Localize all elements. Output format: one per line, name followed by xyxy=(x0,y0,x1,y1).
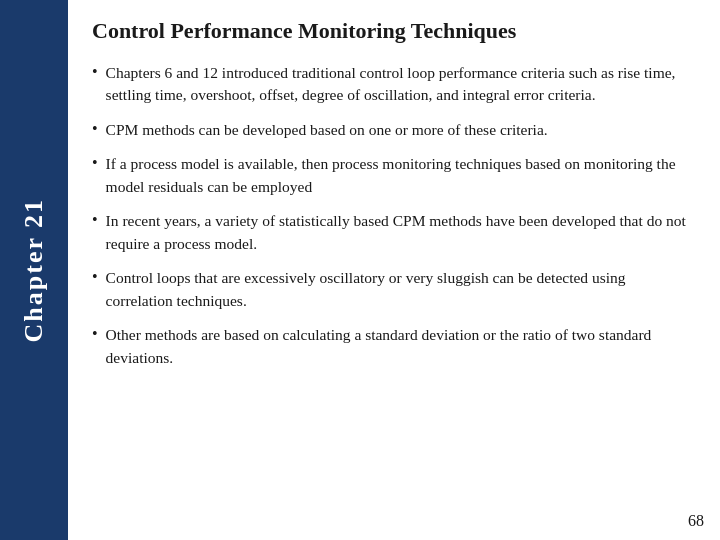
page-number: 68 xyxy=(688,512,704,530)
slide-container: Chapter 21 Control Performance Monitorin… xyxy=(0,0,720,540)
bullet-text-4: In recent years, a variety of statistica… xyxy=(106,210,692,255)
bullet-text-3: If a process model is available, then pr… xyxy=(106,153,692,198)
bullet-dot-icon: • xyxy=(92,211,98,229)
slide-title: Control Performance Monitoring Technique… xyxy=(92,18,692,44)
content-area: Control Performance Monitoring Technique… xyxy=(68,0,720,540)
bullet-text-5: Control loops that are excessively oscil… xyxy=(106,267,692,312)
list-item: •Other methods are based on calculating … xyxy=(92,324,692,369)
chapter-label: Chapter 21 xyxy=(19,198,49,342)
list-item: •Control loops that are excessively osci… xyxy=(92,267,692,312)
sidebar: Chapter 21 xyxy=(0,0,68,540)
bullet-text-2: CPM methods can be developed based on on… xyxy=(106,119,548,141)
bullet-text-1: Chapters 6 and 12 introduced traditional… xyxy=(106,62,692,107)
list-item: •If a process model is available, then p… xyxy=(92,153,692,198)
bullet-dot-icon: • xyxy=(92,268,98,286)
bullet-dot-icon: • xyxy=(92,120,98,138)
list-item: •CPM methods can be developed based on o… xyxy=(92,119,692,141)
bullet-dot-icon: • xyxy=(92,325,98,343)
bullet-text-6: Other methods are based on calculating a… xyxy=(106,324,692,369)
list-item: •In recent years, a variety of statistic… xyxy=(92,210,692,255)
list-item: •Chapters 6 and 12 introduced traditiona… xyxy=(92,62,692,107)
bullet-dot-icon: • xyxy=(92,154,98,172)
bullet-dot-icon: • xyxy=(92,63,98,81)
bullet-list: •Chapters 6 and 12 introduced traditiona… xyxy=(92,62,692,522)
